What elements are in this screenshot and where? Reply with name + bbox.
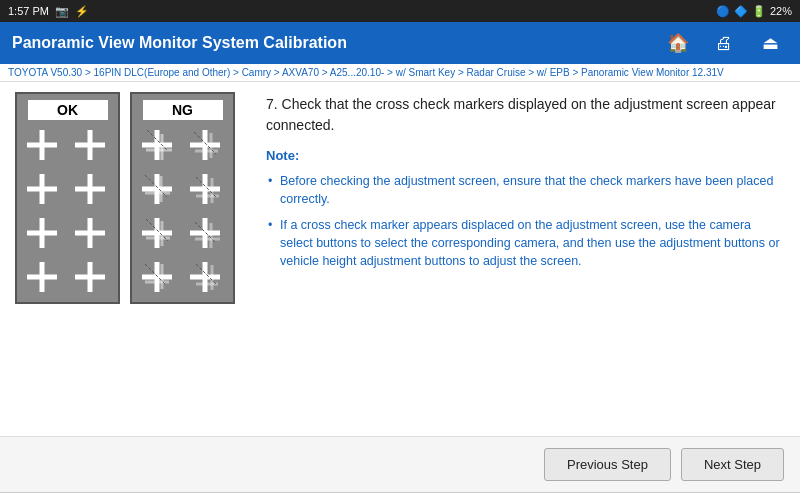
ok-label: OK: [28, 100, 108, 120]
battery-percent: 22%: [770, 5, 792, 17]
header-icons: 🏠 🖨 ⏏: [660, 25, 788, 61]
cross-ng-4: [186, 170, 224, 208]
cross-ok-1: [23, 126, 61, 164]
ng-cross-grid: [138, 126, 228, 296]
cross-ng-1: [138, 126, 176, 164]
wifi-icon: 🔷: [734, 5, 748, 18]
ng-calibration-box: NG: [130, 92, 235, 304]
print-button[interactable]: 🖨: [706, 25, 742, 61]
next-step-button[interactable]: Next Step: [681, 448, 784, 481]
bluetooth-icon: 🔵: [716, 5, 730, 18]
note-label: Note:: [266, 146, 784, 166]
cross-ng-6: [186, 214, 224, 252]
breadcrumb: TOYOTA V50.30 > 16PIN DLC(Europe and Oth…: [0, 64, 800, 82]
cross-ng-8: [186, 258, 224, 296]
cross-ng-3: [138, 170, 176, 208]
previous-step-button[interactable]: Previous Step: [544, 448, 671, 481]
header-title: Panoramic View Monitor System Calibratio…: [12, 34, 347, 52]
cross-ok-8: [71, 258, 109, 296]
cross-ok-6: [71, 214, 109, 252]
step-title: 7. Check that the cross check markers di…: [266, 94, 784, 136]
cross-ok-7: [23, 258, 61, 296]
home-button[interactable]: 🏠: [660, 25, 696, 61]
camera-icon: 📷: [55, 5, 69, 18]
status-right: 🔵 🔷 🔋 22%: [716, 5, 792, 18]
cross-ok-4: [71, 170, 109, 208]
status-bar: 1:57 PM 📷 ⚡ 🔵 🔷 🔋 22%: [0, 0, 800, 22]
time: 1:57 PM: [8, 5, 49, 17]
main-content: OK: [0, 82, 800, 436]
cross-ng-5: [138, 214, 176, 252]
right-panel: 7. Check that the cross check markers di…: [250, 82, 800, 436]
note-item-2: If a cross check marker appears displace…: [266, 216, 784, 270]
header: Panoramic View Monitor System Calibratio…: [0, 22, 800, 64]
exit-button[interactable]: ⏏: [752, 25, 788, 61]
ng-label: NG: [143, 100, 223, 120]
cross-ng-7: [138, 258, 176, 296]
cross-ok-3: [23, 170, 61, 208]
ok-calibration-box: OK: [15, 92, 120, 304]
ok-cross-grid: [23, 126, 113, 296]
footer: Toyota Camry 2021 VIN 4T1B61AK*M8006311: [0, 492, 800, 500]
left-panel: OK: [0, 82, 250, 436]
action-bar: Previous Step Next Step: [0, 436, 800, 492]
cross-ok-2: [71, 126, 109, 164]
cross-ok-5: [23, 214, 61, 252]
status-left: 1:57 PM 📷 ⚡: [8, 5, 89, 18]
note-item-1: Before checking the adjustment screen, e…: [266, 172, 784, 208]
signal-icon: ⚡: [75, 5, 89, 18]
battery-icon: 🔋: [752, 5, 766, 18]
note-list: Before checking the adjustment screen, e…: [266, 172, 784, 271]
cross-ng-2: [186, 126, 224, 164]
